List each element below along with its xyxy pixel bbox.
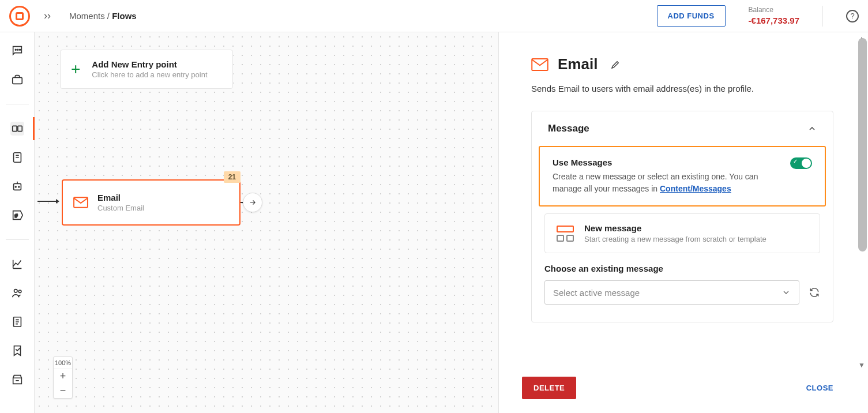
delete-button[interactable]: DELETE [522, 377, 576, 399]
breadcrumb-root[interactable]: Moments [69, 11, 105, 21]
svg-rect-15 [532, 59, 548, 70]
section-header[interactable]: Message [532, 111, 833, 146]
section-title: Message [548, 123, 589, 134]
message-section: Message Use Messages Create a new messag… [531, 111, 833, 322]
new-message-title: New message [584, 223, 766, 233]
template-icon [557, 226, 574, 242]
use-messages-box: Use Messages Create a new message or sel… [539, 146, 826, 206]
add-entry-point-card[interactable]: + Add New Entry point Click here to add … [60, 50, 233, 89]
flow-canvas[interactable]: + Add New Entry point Click here to add … [35, 32, 498, 413]
svg-rect-5 [17, 126, 21, 131]
scroll-down-arrow[interactable]: ▼ [858, 361, 865, 369]
node-count-badge: 21 [224, 171, 241, 183]
close-button[interactable]: CLOSE [806, 384, 833, 392]
panel-description: Sends Email to users with email address(… [531, 84, 833, 93]
node-subtitle: Custom Email [97, 204, 144, 212]
properties-panel: Email Sends Email to users with email ad… [498, 32, 868, 413]
nav-bookmark-icon[interactable] [10, 344, 24, 358]
svg-text:#: # [14, 213, 18, 219]
zoom-control: 100% + − [53, 356, 73, 399]
svg-rect-3 [12, 77, 22, 84]
email-node[interactable]: 21 Email Custom Email [62, 179, 241, 226]
node-output-handle[interactable] [243, 193, 262, 212]
nav-chat-icon[interactable] [10, 44, 24, 58]
svg-point-12 [18, 290, 21, 293]
refresh-icon[interactable] [809, 287, 820, 298]
scrollbar-thumb[interactable] [858, 38, 867, 251]
add-funds-button[interactable]: ADD FUNDS [657, 5, 726, 27]
zoom-in-button[interactable]: + [54, 369, 72, 384]
content-messages-link[interactable]: Content/Messages [660, 184, 731, 193]
node-title: Email [97, 193, 144, 202]
use-messages-title: Use Messages [553, 157, 779, 167]
chevron-up-icon [807, 124, 817, 133]
node-input-arrow [37, 201, 61, 202]
nav-flows-icon[interactable] [10, 122, 24, 136]
svg-point-1 [17, 49, 18, 50]
svg-rect-4 [12, 126, 16, 131]
panel-footer: DELETE CLOSE [499, 366, 868, 413]
svg-point-8 [15, 186, 16, 187]
panel-title: Email [558, 55, 598, 73]
entry-subtitle: Click here to add a new entry point [92, 70, 207, 79]
svg-point-9 [18, 186, 19, 187]
use-messages-toggle[interactable] [790, 157, 812, 169]
topbar: ›› Moments / Flows ADD FUNDS Balance -€1… [0, 0, 868, 32]
new-message-subtitle: Start creating a new message from scratc… [584, 235, 766, 243]
left-nav: # [0, 32, 35, 413]
zoom-level: 100% [54, 357, 72, 369]
svg-point-0 [15, 49, 16, 50]
balance-amount: -€167,733.97 [749, 15, 799, 27]
nav-forms-icon[interactable] [10, 151, 24, 164]
choose-existing-label: Choose an existing message [544, 264, 820, 273]
breadcrumb: Moments / Flows [69, 11, 137, 21]
svg-point-2 [19, 49, 20, 50]
select-placeholder: Select active message [553, 288, 640, 298]
plus-icon: + [71, 60, 80, 78]
chevron-down-icon [781, 288, 791, 297]
nav-briefcase-icon[interactable] [10, 73, 24, 87]
zoom-out-button[interactable]: − [54, 384, 72, 398]
panel-mail-icon [531, 58, 548, 72]
app-logo[interactable] [9, 6, 30, 27]
help-icon[interactable]: ? [846, 10, 859, 22]
balance-display: Balance -€167,733.97 [749, 6, 799, 26]
nav-analytics-icon[interactable] [10, 257, 24, 271]
nav-bot-icon[interactable] [10, 179, 24, 193]
nav-tags-icon[interactable]: # [10, 208, 24, 222]
svg-point-11 [14, 290, 17, 293]
message-select[interactable]: Select active message [544, 280, 799, 305]
balance-label: Balance [749, 6, 799, 15]
mail-icon [73, 197, 88, 208]
expand-nav-icon[interactable]: ›› [44, 10, 51, 22]
nav-document-icon[interactable] [10, 315, 24, 329]
new-message-card[interactable]: New message Start creating a new message… [544, 213, 820, 253]
use-messages-desc: Create a new message or select an existi… [553, 171, 779, 195]
nav-people-icon[interactable] [10, 286, 24, 300]
edit-icon[interactable] [610, 59, 621, 70]
entry-title: Add New Entry point [92, 59, 207, 69]
breadcrumb-current: Flows [112, 11, 137, 21]
nav-store-icon[interactable] [10, 373, 24, 386]
